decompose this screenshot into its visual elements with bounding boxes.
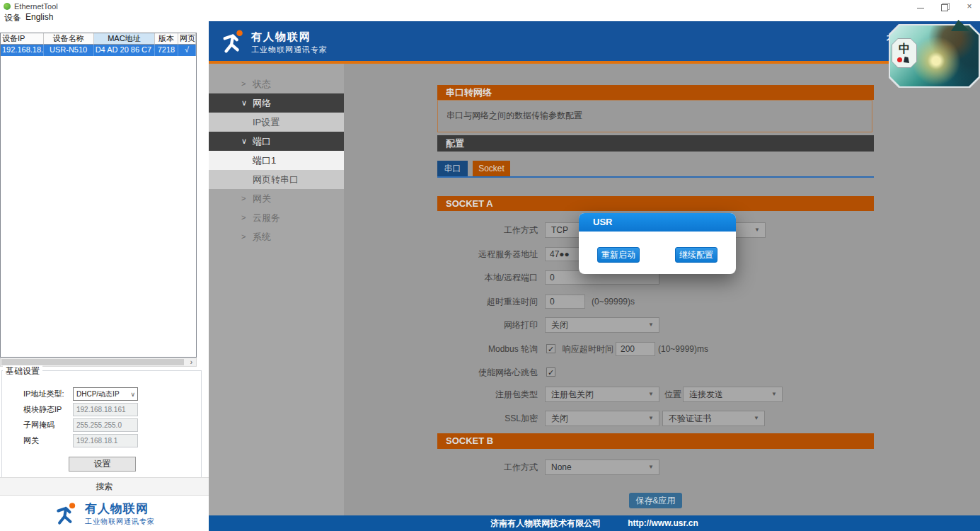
sidebar-item-gateway[interactable]: > 网关 xyxy=(209,189,344,208)
save-apply-button[interactable]: 保存&应用 xyxy=(629,493,682,508)
resp-timeout-label: 响应超时时间 xyxy=(563,341,613,357)
runner-icon xyxy=(54,501,79,527)
sidebar-item-cloud[interactable]: > 云服务 xyxy=(209,208,344,227)
socket-b-work-mode-label: 工作方式 xyxy=(437,459,538,475)
net-print-label: 网络打印 xyxy=(437,317,538,333)
ssl-select[interactable]: 关闭 ▼ xyxy=(545,411,659,426)
modbus-poll-checkbox[interactable]: ✓ xyxy=(546,344,555,353)
scrollbar-right-arrow[interactable]: › xyxy=(187,358,196,366)
ime-bubble[interactable]: 中 xyxy=(892,38,917,68)
local-remote-port-label: 本地/远程端口 xyxy=(437,270,538,285)
device-table: 设备IP 设备名称 MAC地址 版本 网页 192.168.18.161 USR… xyxy=(0,33,197,358)
cell-version: 7218 xyxy=(155,45,178,56)
col-device-name[interactable]: 设备名称 xyxy=(44,33,94,45)
dropdown-arrow-icon: ▼ xyxy=(754,411,759,426)
modbus-poll-row: Modbus 轮询 ✓ 响应超时时间 200 (10~9999)ms xyxy=(437,341,874,357)
table-row[interactable]: 192.168.18.161 USR-N510 D4 AD 20 86 C7 C… xyxy=(1,45,196,56)
cell-name: USR-N510 xyxy=(44,45,94,56)
ssl-label: SSL加密 xyxy=(437,411,538,426)
sidebar-item-label: 状态 xyxy=(253,79,271,89)
web-sidebar: > 状态 ∨ 网络 IP设置 ∨ 端口 端口1 网页转串口 > 网关 xyxy=(209,64,344,515)
web-footer: 济南有人物联网技术有限公司 http://www.usr.cn xyxy=(209,515,980,531)
net-print-value: 关闭 xyxy=(551,320,568,330)
close-button[interactable]: × xyxy=(964,2,975,12)
restart-button[interactable]: 重新启动 xyxy=(597,247,640,263)
mask-field[interactable]: 255.255.255.0 xyxy=(73,418,138,432)
web-header: 有人物联网 工业物联网通讯专家 有人物联网 xyxy=(209,21,980,61)
search-button[interactable]: 搜索 xyxy=(0,477,209,496)
chevron-down-icon: ∨ xyxy=(241,93,247,113)
ip-type-value: DHCP/动态IP xyxy=(76,390,120,398)
net-print-select[interactable]: 关闭 ▼ xyxy=(545,317,659,333)
set-button[interactable]: 设置 xyxy=(69,457,136,472)
ssl-cert-select[interactable]: 不验证证书 ▼ xyxy=(662,411,765,426)
page-description: 串口与网络之间的数据传输参数配置 xyxy=(446,110,582,122)
regpkt-pos-label: 位置 xyxy=(664,387,681,402)
col-web[interactable]: 网页 xyxy=(178,33,196,45)
footer-url[interactable]: http://www.usr.cn xyxy=(628,518,698,528)
sidebar-item-label: 端口 xyxy=(253,136,271,147)
red-dot-icon xyxy=(897,57,902,62)
tab-underline xyxy=(437,176,874,178)
regpkt-label: 注册包类型 xyxy=(437,387,538,402)
gateway-field[interactable]: 192.168.18.1 xyxy=(73,434,138,447)
heartbeat-checkbox[interactable]: ✓ xyxy=(546,367,555,377)
sidebar-item-network[interactable]: ∨ 网络 xyxy=(209,93,344,113)
app-icon xyxy=(4,3,11,10)
col-version[interactable]: 版本 xyxy=(155,33,178,45)
menu-english[interactable]: English xyxy=(23,12,56,22)
col-mac[interactable]: MAC地址 xyxy=(94,33,155,45)
work-mode-label: 工作方式 xyxy=(437,222,538,238)
logo-slogan-text: 工业物联网通讯专家 xyxy=(85,517,155,527)
regpkt-value: 注册包关闭 xyxy=(551,389,594,399)
tab-socket[interactable]: Socket xyxy=(473,161,510,176)
sidebar-item-label: 端口1 xyxy=(253,155,276,166)
dropdown-arrow-icon: ▼ xyxy=(648,318,654,332)
dropdown-arrow-icon: ▼ xyxy=(648,460,654,474)
device-table-header: 设备IP 设备名称 MAC地址 版本 网页 xyxy=(1,33,196,45)
sidebar-item-web-to-serial[interactable]: 网页转串口 xyxy=(209,170,344,189)
ssl-row: SSL加密 关闭 ▼ 不验证证书 ▼ xyxy=(437,411,874,426)
col-device-ip[interactable]: 设备IP xyxy=(1,33,44,45)
static-ip-field[interactable]: 192.168.18.161 xyxy=(73,403,138,416)
scrollbar-thumb[interactable] xyxy=(1,359,184,365)
cell-ip: 192.168.18.161 xyxy=(1,45,44,56)
sidebar-item-status[interactable]: > 状态 xyxy=(209,74,344,93)
chevron-right-icon: > xyxy=(241,227,246,246)
resp-timeout-input[interactable]: 200 xyxy=(616,342,655,356)
basic-settings-title: 基础设置 xyxy=(3,365,42,377)
sidebar-item-ports[interactable]: ∨ 端口 xyxy=(209,132,344,151)
sidebar-item-ip-settings[interactable]: IP设置 xyxy=(209,113,344,132)
usr-dialog: USR 重新启动 继续配置 xyxy=(579,213,736,274)
sidebar-item-label: 网络 xyxy=(253,98,271,108)
sidebar-item-port1[interactable]: 端口1 xyxy=(209,151,344,170)
ime-mode-char: 中 xyxy=(892,42,916,57)
maximize-button[interactable] xyxy=(938,2,950,12)
reconnect-timeout-input[interactable]: 0 xyxy=(545,295,585,309)
regpkt-select[interactable]: 注册包关闭 ▼ xyxy=(545,387,659,402)
continue-config-button[interactable]: 继续配置 xyxy=(675,247,717,263)
page-title: 串口转网络 xyxy=(437,85,874,100)
sidebar-item-label: IP设置 xyxy=(253,117,279,127)
window-title: EthernetTool xyxy=(14,2,58,11)
regpkt-pos-select[interactable]: 连接发送 ▼ xyxy=(683,387,783,402)
sidebar-item-system[interactable]: > 系统 xyxy=(209,227,344,246)
title-bar: EthernetTool × 设备 English xyxy=(0,0,980,22)
gateway-label: 网关 xyxy=(23,435,39,446)
usr-logo: 有人物联网 工业物联网通讯专家 xyxy=(0,501,209,527)
ime-bubble-inner: 中 xyxy=(892,39,916,67)
ip-type-select[interactable]: DHCP/动态IP ∨ xyxy=(73,387,138,401)
dropdown-arrow-icon: ▼ xyxy=(648,387,654,401)
reconnect-timeout-label: 超时重连时间 xyxy=(437,294,538,309)
character-badge-overlay[interactable]: 中 xyxy=(889,24,980,88)
chevron-right-icon: > xyxy=(241,208,246,227)
minimize-button[interactable] xyxy=(915,2,926,12)
web-slogan-text: 工业物联网通讯专家 xyxy=(251,45,328,55)
chevron-down-icon: ∨ xyxy=(130,389,135,401)
footer-company: 济南有人物联网技术有限公司 xyxy=(490,518,601,530)
socket-b-work-mode-select[interactable]: None ▼ xyxy=(545,459,659,475)
remote-addr-label: 远程服务器地址 xyxy=(437,246,538,262)
tab-serial[interactable]: 串口 xyxy=(437,161,468,176)
logo-brand-text: 有人物联网 xyxy=(85,501,155,517)
dropdown-arrow-icon: ▼ xyxy=(648,411,654,426)
